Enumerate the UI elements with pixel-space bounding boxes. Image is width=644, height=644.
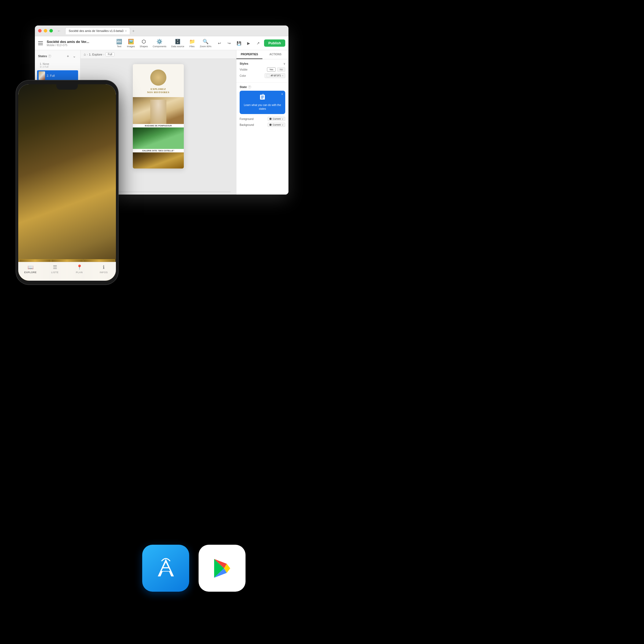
states-title: States ? [38, 54, 51, 58]
tool-zoom[interactable]: 🔍 Zoom 80% [200, 39, 212, 48]
files-icon: 📁 [189, 39, 195, 45]
nav-item-liste[interactable]: ☰ LISTE [43, 264, 67, 274]
text-label: Text [117, 45, 122, 48]
text-icon: 🔤 [116, 39, 122, 45]
state-info-text: Learn what you can do with the states [243, 103, 282, 111]
tab-close-icon[interactable]: × [125, 30, 127, 32]
states-info-icon: ? [48, 54, 51, 58]
visible-no-button[interactable]: No [277, 67, 285, 72]
preview-button[interactable]: ▶ [245, 39, 252, 47]
right-panel: PROPERTIES ACTIONS Styles ∨ Visible Yes … [236, 50, 288, 195]
state-info-external-icon [243, 94, 282, 102]
phone-content: EXPLOREZ NOS HISTOIRES MADAME DE POMPA [18, 84, 116, 281]
state-item-full[interactable]: 2. Full [37, 70, 78, 81]
tool-datasource[interactable]: 🗄️ Data source [171, 39, 184, 48]
share-button[interactable]: ↗ [254, 39, 262, 47]
menu-icon[interactable] [38, 40, 45, 46]
preview-portrait-figure [150, 100, 166, 124]
states-label: States [38, 54, 47, 58]
playstore-icon[interactable] [199, 545, 246, 592]
zoom-icon: 🔍 [203, 39, 208, 45]
tab-title: Société des amis de Versailles v1.0-beta… [69, 29, 123, 32]
preview-goldroom [133, 152, 184, 169]
add-state-button[interactable]: + [65, 53, 71, 59]
appstore-icon[interactable] [142, 545, 189, 592]
new-tab-button[interactable]: + [132, 29, 134, 33]
nav-plan-label: PLAN [76, 271, 83, 274]
canvas-breadcrumb: ⌂ › 1. Explore › Full [81, 50, 236, 59]
preview-goldroom-bg [133, 152, 184, 169]
back-icon[interactable]: ← [57, 29, 61, 33]
preview-garden [133, 127, 184, 149]
nav-item-explore[interactable]: 📖 EXPLORE [18, 264, 43, 274]
nav-liste-icon: ☰ [53, 264, 57, 270]
color-clear-icon[interactable]: × [282, 74, 283, 77]
styles-title: Styles ∨ [240, 62, 285, 65]
states-header: States ? + ⌄ [37, 52, 78, 61]
tool-shapes[interactable]: ⬡ Shapes [140, 39, 148, 48]
toolbar-right: ↩ ↪ 💾 ▶ ↗ Publish [216, 39, 285, 47]
preview-ornament [150, 69, 166, 86]
tool-components[interactable]: ⚙️ Components [153, 39, 166, 48]
nav-item-plan[interactable]: 📍 PLAN [67, 264, 92, 274]
preview-title-line1: EXPLOREZ [151, 88, 166, 90]
state-info-card: × Learn what you can do with the states [240, 91, 285, 114]
state-item-none[interactable]: 1. None ⊘ 2 Full [37, 61, 78, 70]
phone-notch [56, 84, 78, 90]
tab-properties[interactable]: PROPERTIES [236, 50, 262, 59]
foreground-select[interactable]: Current ∨ [268, 117, 285, 121]
visible-yes-button[interactable]: Yes [267, 67, 276, 72]
nav-explore-label: EXPLORE [24, 271, 36, 274]
redo-button[interactable]: ↪ [225, 39, 233, 47]
styles-chevron-icon[interactable]: ∨ [283, 62, 285, 65]
color-row: Color #F4F5F5 × [240, 73, 285, 78]
app-name-block: Société des amis de Ver... Mobile / 812×… [47, 40, 116, 47]
close-button[interactable] [38, 29, 42, 32]
components-icon: ⚙️ [156, 39, 162, 45]
panel-tabs: PROPERTIES ACTIONS [236, 50, 288, 59]
playstore-svg [210, 556, 234, 580]
breadcrumb-home-icon[interactable]: ⌂ [84, 52, 86, 56]
background-arrow-icon: ∨ [282, 124, 283, 126]
nav-plan-icon: 📍 [76, 264, 82, 270]
states-actions: + ⌄ [65, 53, 77, 59]
background-dot [269, 124, 272, 126]
color-label: Color [240, 74, 246, 77]
tool-text[interactable]: 🔤 Text [116, 39, 122, 48]
images-label: Images [127, 45, 135, 48]
files-label: Files [189, 45, 195, 48]
background-value: Current [273, 123, 281, 126]
nav-infos-label: INFOS [100, 271, 108, 274]
tab-actions[interactable]: ACTIONS [262, 50, 288, 59]
foreground-label: Foreground [240, 118, 254, 120]
foreground-arrow-icon: ∨ [282, 118, 283, 120]
nav-item-infos[interactable]: ℹ INFOS [92, 264, 116, 274]
color-value-box[interactable]: #F4F5F5 × [265, 73, 285, 78]
visible-row: Visible Yes No [240, 67, 285, 72]
foreground-row: Foreground Current ∨ [240, 117, 285, 121]
minimize-button[interactable] [44, 29, 47, 32]
state-section-title: State ? [240, 85, 285, 89]
browser-tab[interactable]: Société des amis de Versailles v1.0-beta… [65, 27, 130, 34]
state-info-close-icon[interactable]: × [281, 92, 283, 96]
state-none-sub: ⊘ 2 Full [40, 65, 49, 68]
publish-button[interactable]: Publish [264, 39, 285, 47]
states-chevron-button[interactable]: ⌄ [72, 53, 77, 59]
tool-images[interactable]: 🖼️ Images [127, 39, 135, 48]
background-select[interactable]: Current ∨ [268, 123, 285, 127]
goldroom-background [18, 84, 116, 281]
maximize-button[interactable] [49, 29, 53, 32]
state-section-label: State [240, 85, 247, 89]
app-subtitle: Mobile / 812×375 [47, 44, 116, 47]
preview-caption2: GALERIE DITE "DES COTELLE" [133, 149, 184, 152]
breadcrumb-step1[interactable]: 1. Explore [89, 53, 103, 56]
undo-button[interactable]: ↩ [216, 39, 223, 47]
nav-liste-label: LISTE [51, 271, 59, 274]
app-name: Société des amis de Ver... [47, 40, 116, 44]
tool-files[interactable]: 📁 Files [189, 39, 195, 48]
images-icon: 🖼️ [128, 39, 134, 45]
datasource-icon: 🗄️ [175, 39, 181, 45]
phone-mockup: EXPLOREZ NOS HISTOIRES MADAME DE POMPA [16, 81, 118, 284]
toolbar-tools: 🔤 Text 🖼️ Images ⬡ Shapes ⚙️ Components … [116, 39, 211, 48]
save-button[interactable]: 💾 [235, 39, 243, 47]
